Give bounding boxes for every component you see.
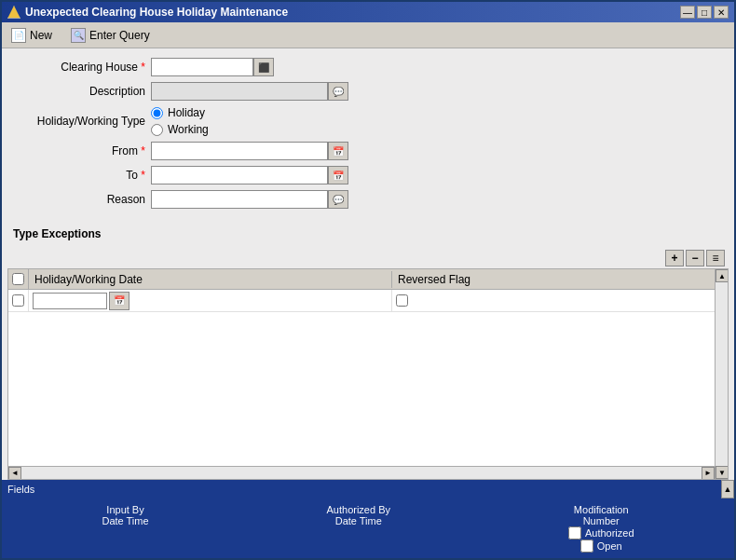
description-row: Description 💬 [20,82,716,101]
input-by-col: Input By Date Time [102,504,148,526]
authorized-by-datetime: Date Time [335,515,382,526]
table-row: 📅 [8,290,728,312]
fields-arrow-btn[interactable]: ▲ [721,480,734,499]
reason-row: Reason 💬 [20,190,716,209]
working-radio[interactable] [151,124,163,136]
modification-label: Modification [574,504,629,515]
type-exceptions-section: Type Exceptions + − ≡ ▲ ▼ Holid [7,224,729,480]
authorized-by-col: Authorized By Date Time [327,504,390,526]
authorized-check-label: Authorized [585,527,634,539]
add-row-btn[interactable]: + [665,250,684,266]
maximize-button[interactable]: □ [697,6,712,19]
from-input[interactable] [151,142,328,160]
reason-label: Reason [20,193,151,206]
reason-input[interactable] [151,190,328,209]
scroll-left-btn[interactable]: ◄ [8,467,21,480]
input-by-label: Input By [106,504,143,515]
header-checkbox[interactable] [12,273,24,285]
new-button[interactable]: 📄 New [7,26,56,45]
row-checkbox-cell [8,290,29,312]
description-field [151,82,328,101]
clearing-house-lookup-btn[interactable]: ⬛ [253,58,274,76]
query-icon: 🔍 [71,28,86,43]
modification-number: Number [583,515,620,526]
modification-col: Modification Number Authorized Open [568,504,634,553]
holiday-type-row: Holiday/Working Type Holiday Working [20,106,716,136]
authorized-checkbox[interactable] [568,526,581,540]
reason-lookup-btn[interactable]: 💬 [328,190,348,209]
to-calendar-btn[interactable]: 📅 [328,166,348,184]
clearing-house-label: Clearing House * [20,61,151,74]
open-check-row: Open [580,540,622,553]
header-checkbox-cell [8,269,29,290]
enter-query-button[interactable]: 🔍 Enter Query [67,26,154,45]
input-by-datetime: Date Time [102,515,148,526]
bottom-panel: Input By Date Time Authorized By Date Ti… [2,499,734,558]
main-window: Unexpected Clearing House Holiday Mainte… [0,0,736,560]
window-controls: — □ ✕ [680,6,729,19]
col-flag-header: Reversed Flag [392,271,728,288]
from-row: From * 📅 [20,142,716,160]
grid-container: ▲ ▼ Holiday/Working Date Reversed Flag [7,268,729,480]
col-date-header: Holiday/Working Date [29,271,392,288]
from-input-group: 📅 [151,142,348,160]
from-calendar-btn[interactable]: 📅 [328,142,348,160]
from-label: From * [20,144,151,157]
scroll-down-btn[interactable]: ▼ [716,466,729,479]
section-title: Type Exceptions [7,224,729,244]
to-input[interactable] [151,166,328,184]
main-content: Clearing House * ⬛ Description 💬 Holiday… [2,48,734,558]
working-radio-row: Working [151,123,209,136]
authorized-by-label: Authorized By [327,504,390,515]
query-label: Enter Query [89,29,150,42]
toolbar: 📄 New 🔍 Enter Query [2,22,734,48]
description-input-group: 💬 [151,82,348,101]
footer-bar: Fields [2,480,734,499]
required-indicator: * [141,61,145,74]
grid-toolbar: + − ≡ [7,248,729,268]
form-area: Clearing House * ⬛ Description 💬 Holiday… [2,48,734,224]
date-cell: 📅 [29,290,392,312]
grid-header: Holiday/Working Date Reversed Flag [8,269,728,290]
holiday-radio-label: Holiday [168,106,205,119]
description-lookup-btn[interactable]: 💬 [328,82,348,101]
flag-cell [392,290,728,312]
reversed-flag-checkbox[interactable] [396,294,408,307]
to-label: To * [20,169,151,182]
description-label: Description [20,85,151,98]
scroll-right-btn[interactable]: ► [702,467,715,480]
reason-input-group: 💬 [151,190,348,209]
holiday-type-label: Holiday/Working Type [20,115,151,128]
open-check-label: Open [597,540,622,552]
title-bar: Unexpected Clearing House Holiday Mainte… [2,2,734,22]
vertical-scrollbar[interactable]: ▲ ▼ [715,269,728,479]
view-btn[interactable]: ≡ [706,250,725,266]
clearing-house-input-group: ⬛ [151,58,274,76]
close-button[interactable]: ✕ [714,6,729,19]
remove-row-btn[interactable]: − [686,250,704,266]
row-checkbox[interactable] [12,294,24,307]
scroll-up-btn[interactable]: ▲ [716,269,729,282]
footer-container: Fields ▲ [2,480,734,499]
minimize-button[interactable]: — [680,6,695,19]
holiday-type-radio-group: Holiday Working [151,106,209,136]
window-title: Unexpected Clearing House Holiday Mainte… [25,6,288,19]
to-input-group: 📅 [151,166,348,184]
scroll-track[interactable] [716,282,728,466]
horizontal-scrollbar[interactable]: ◄ ► [8,466,715,479]
fields-label: Fields [7,484,34,495]
new-icon: 📄 [11,28,26,43]
title-bar-left: Unexpected Clearing House Holiday Mainte… [7,6,288,19]
h-scroll-track[interactable] [21,467,702,480]
working-radio-label: Working [168,123,209,136]
clearing-house-input[interactable] [151,58,253,76]
holiday-radio[interactable] [151,107,163,119]
new-label: New [30,29,52,42]
date-calendar-btn[interactable]: 📅 [109,292,129,310]
window-icon [7,6,20,19]
to-row: To * 📅 [20,166,716,184]
holiday-radio-row: Holiday [151,106,209,119]
date-input[interactable] [33,293,107,309]
clearing-house-row: Clearing House * ⬛ [20,58,716,76]
open-checkbox[interactable] [580,540,593,553]
